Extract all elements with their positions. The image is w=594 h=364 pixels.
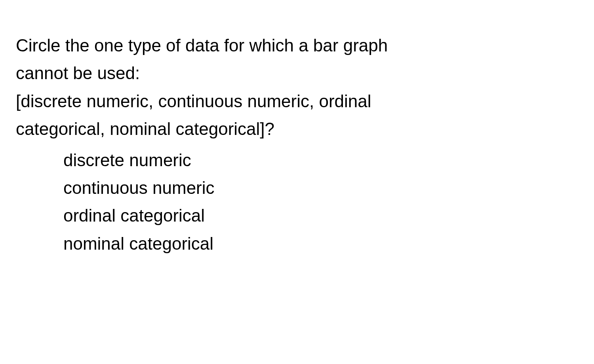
- question-text-line-2: cannot be used:: [16, 59, 578, 87]
- question-container: Circle the one type of data for which a …: [16, 32, 578, 258]
- option-nominal-categorical[interactable]: nominal categorical: [63, 230, 578, 258]
- question-text-line-1: Circle the one type of data for which a …: [16, 32, 578, 59]
- question-text-line-3: [discrete numeric, continuous numeric, o…: [16, 87, 578, 115]
- question-text-line-4: categorical, nominal categorical]?: [16, 115, 578, 143]
- option-ordinal-categorical[interactable]: ordinal categorical: [63, 202, 578, 229]
- option-discrete-numeric[interactable]: discrete numeric: [63, 146, 578, 174]
- answer-options-list: discrete numeric continuous numeric ordi…: [16, 146, 578, 258]
- option-continuous-numeric[interactable]: continuous numeric: [63, 174, 578, 202]
